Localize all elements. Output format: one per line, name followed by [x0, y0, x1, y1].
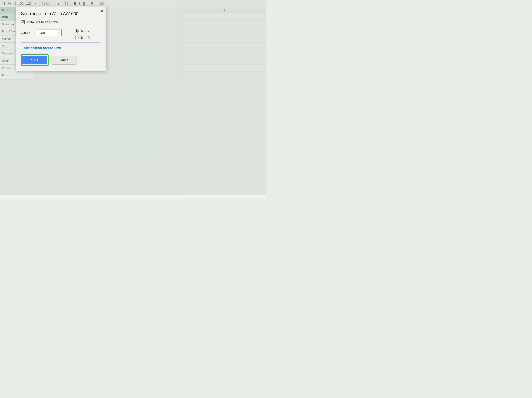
header-row-checkbox[interactable]: [21, 20, 25, 24]
sort-by-dropdown[interactable]: Item ▲ ▼: [36, 29, 62, 36]
sort-dropdown-arrow: ▲ ▼: [57, 31, 59, 34]
sort-dialog: × Sort range from A1 to AA1000 Data has …: [16, 6, 106, 71]
header-row-checkbox-label: Data has header row: [27, 20, 58, 24]
sort-by-value: Item: [38, 31, 45, 34]
radio-za-outer: [75, 36, 79, 39]
dialog-body: Data has header row sort by Item ▲ ▼: [16, 20, 106, 71]
sort-button-highlight: Sort: [21, 54, 49, 66]
sort-button[interactable]: Sort: [22, 56, 47, 64]
sort-by-container: sort by Item ▲ ▼: [21, 29, 62, 36]
add-sort-column-link[interactable]: + Add another sort column: [21, 46, 61, 50]
radio-az-inner: [76, 30, 78, 32]
radio-az-row[interactable]: A → Z: [75, 29, 90, 33]
bottom-status-bar: [0, 194, 266, 199]
radio-za-label: Z → A: [81, 36, 90, 39]
arrow-down: ▼: [57, 33, 59, 34]
sort-by-label: sort by: [21, 31, 32, 34]
dialog-buttons: Sort Cancel: [21, 54, 101, 66]
arrow-up: ▲: [57, 31, 59, 33]
radio-az-outer: [75, 29, 79, 33]
radio-az-label: A → Z: [81, 29, 90, 33]
sort-direction-group: A → Z Z → A: [75, 29, 90, 39]
dialog-title: Sort range from A1 to AA1000: [16, 7, 106, 20]
radio-za-row[interactable]: Z → A: [75, 36, 90, 39]
cancel-button[interactable]: Cancel: [51, 56, 76, 65]
close-button[interactable]: ×: [101, 9, 103, 13]
header-row-checkbox-container: Data has header row: [21, 20, 101, 24]
dialog-divider: [21, 42, 101, 43]
